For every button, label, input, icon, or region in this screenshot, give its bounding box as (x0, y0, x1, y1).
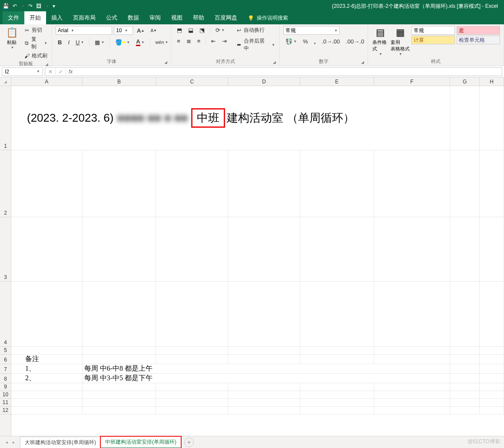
row-header[interactable]: 5 (0, 347, 11, 355)
sheet-nav-first-icon[interactable]: ◂ (3, 440, 10, 445)
row-header[interactable]: 7 (0, 364, 11, 374)
cell-style-bad[interactable]: 差 (457, 26, 500, 35)
row-header[interactable]: 3 (0, 217, 11, 282)
tab-data[interactable]: 数据 (123, 11, 144, 24)
row-header[interactable]: 12 (0, 407, 11, 415)
cell[interactable] (83, 391, 156, 399)
tell-me[interactable]: 💡 操作说明搜索 (242, 12, 293, 24)
cell[interactable] (83, 399, 156, 407)
cell-style-calc[interactable]: 计算 (411, 36, 455, 44)
tab-view[interactable]: 视图 (166, 11, 188, 24)
name-box[interactable]: I2▼ (2, 67, 43, 76)
align-left-button[interactable]: ≡ (175, 37, 182, 45)
select-all-corner[interactable]: ◢ (0, 77, 11, 86)
grow-font-button[interactable]: A▲ (135, 27, 146, 35)
paste-button[interactable]: 📋 粘贴 ▼ (3, 26, 20, 50)
column-header[interactable]: E (300, 77, 374, 86)
fx-icon[interactable]: fx (66, 69, 75, 75)
cell[interactable] (11, 150, 83, 217)
cell[interactable] (300, 407, 374, 415)
tab-review[interactable]: 审阅 (144, 11, 166, 24)
cell[interactable] (374, 399, 451, 407)
cell[interactable] (450, 150, 480, 217)
row-header[interactable]: 1 (0, 86, 11, 150)
cell[interactable] (83, 355, 156, 364)
undo-icon[interactable]: ↶ (13, 3, 17, 9)
sheet-nav-last-icon[interactable]: ▸ (10, 440, 17, 445)
cell[interactable] (156, 383, 228, 391)
font-size-combo[interactable]: 10▼ (114, 26, 133, 35)
note-2-prefix[interactable]: 2、 (11, 374, 83, 383)
cell[interactable] (300, 355, 374, 364)
cell[interactable] (228, 282, 300, 347)
shrink-font-button[interactable]: A▼ (148, 27, 159, 34)
cell[interactable] (450, 355, 480, 364)
row-header[interactable]: 10 (0, 391, 11, 399)
cell[interactable] (374, 217, 451, 282)
note-2-text[interactable]: 每周 中3-中5 都是下午 (83, 374, 450, 383)
redo-icon[interactable]: ↷ (28, 3, 33, 9)
cell[interactable] (83, 347, 156, 355)
cell[interactable] (11, 282, 83, 347)
cell[interactable] (156, 150, 228, 217)
formula-input[interactable]: ✕ ✓ fx (45, 67, 502, 76)
cell[interactable] (300, 391, 374, 399)
dialog-launcher-icon[interactable]: ◢ (361, 59, 364, 66)
increase-indent-button[interactable]: ⇥ (220, 37, 229, 45)
cell[interactable] (156, 399, 228, 407)
comma-button[interactable]: , (312, 37, 318, 46)
cell[interactable] (300, 383, 374, 391)
dialog-launcher-icon[interactable]: ◢ (164, 59, 167, 66)
sheet-tab-1[interactable]: 大班建构活动室安排(单周循环) (20, 437, 101, 448)
cell[interactable] (450, 282, 480, 347)
conditional-format-button[interactable]: ▤ 条件格式▼ (371, 26, 389, 57)
align-middle-button[interactable]: ⬓ (186, 26, 196, 34)
cell[interactable] (156, 347, 228, 355)
cell[interactable] (228, 217, 300, 282)
note-1-prefix[interactable]: 1、 (11, 364, 83, 374)
cut-button[interactable]: ✂剪切 (23, 26, 48, 34)
cell[interactable] (450, 217, 480, 282)
column-header[interactable]: F (374, 77, 451, 86)
cell[interactable] (83, 282, 156, 347)
cell[interactable] (156, 282, 228, 347)
cell[interactable] (450, 383, 480, 391)
cell[interactable] (228, 355, 300, 364)
cell[interactable] (450, 374, 480, 383)
qat-caret-icon[interactable]: ▼ (46, 4, 49, 8)
column-header[interactable]: D (228, 77, 300, 86)
cell[interactable] (480, 407, 504, 415)
qat-more-icon[interactable]: ▾ (53, 3, 55, 9)
cell[interactable] (450, 407, 480, 415)
tab-baidu[interactable]: 百度网盘 (209, 11, 242, 24)
cell[interactable] (480, 347, 504, 355)
copy-button[interactable]: ⧉复制▼ (23, 35, 48, 51)
undo-caret-icon[interactable]: ▼ (21, 4, 25, 8)
save-icon[interactable]: 💾 (3, 3, 9, 9)
cell[interactable] (374, 383, 451, 391)
cell[interactable] (83, 407, 156, 415)
tab-file[interactable]: 文件 (3, 11, 24, 24)
cell-style-normal[interactable]: 常规 (411, 26, 455, 35)
format-painter-button[interactable]: 🖌格式刷 (23, 52, 48, 60)
dialog-launcher-icon[interactable]: ◢ (45, 61, 48, 68)
bold-button[interactable]: B (56, 38, 64, 46)
cell[interactable] (11, 347, 83, 355)
row-header[interactable]: 9 (0, 383, 11, 391)
fill-color-button[interactable]: 🪣▼ (113, 38, 132, 46)
tab-page-layout[interactable]: 页面布局 (68, 11, 101, 24)
cell[interactable] (480, 86, 504, 150)
add-sheet-button[interactable]: ＋ (184, 438, 194, 447)
cell[interactable] (156, 217, 228, 282)
row-header[interactable]: 4 (0, 282, 11, 347)
column-header[interactable]: C (156, 77, 228, 86)
underline-button[interactable]: U▼ (73, 38, 86, 46)
cell[interactable] (480, 399, 504, 407)
cancel-formula-icon[interactable]: ✕ (45, 69, 56, 75)
cell[interactable] (480, 374, 504, 383)
row-header[interactable]: 8 (0, 374, 11, 383)
dialog-launcher-icon[interactable]: ◢ (273, 59, 276, 66)
column-header[interactable]: A (11, 77, 83, 86)
italic-button[interactable]: I (66, 38, 72, 46)
cell[interactable] (374, 355, 451, 364)
